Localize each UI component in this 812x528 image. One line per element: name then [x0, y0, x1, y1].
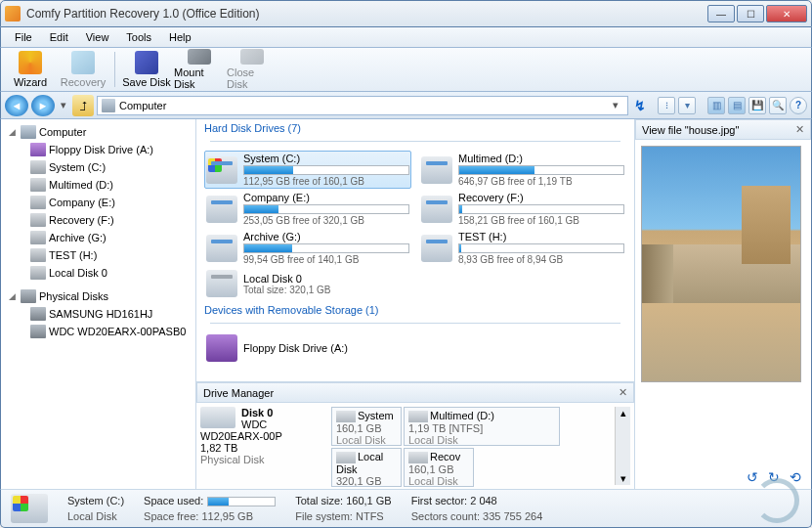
- drive-item[interactable]: Company (E:) 253,05 GB free of 320,1 GB: [204, 190, 411, 228]
- address-dropdown[interactable]: ▾: [608, 99, 623, 111]
- tree-label: Archive (G:): [49, 232, 107, 243]
- help-button[interactable]: ?: [790, 97, 807, 114]
- partition-size: 160,1 GB: [408, 463, 469, 475]
- tree-drive[interactable]: Recovery (F:): [3, 211, 193, 229]
- nav-forward-button[interactable]: ►: [31, 95, 55, 116]
- value: 160,1 GB: [346, 495, 391, 506]
- dm-partition[interactable]: Local Disk 320,1 GB [NT Local Disk: [331, 448, 402, 487]
- drive-manager-body: Disk 0 WDC WD20EARX-00P 1,82 TB Physical…: [196, 403, 634, 489]
- wizard-button[interactable]: Wizard: [5, 49, 56, 90]
- tree-label: Computer: [39, 126, 86, 138]
- content-pane: Hard Disk Drives (7) System (C:) 112,95 …: [196, 119, 635, 489]
- partition-kind: Local Disk: [408, 434, 555, 446]
- collapse-icon[interactable]: ◢: [7, 127, 18, 138]
- tree-label: TEST (H:): [49, 249, 97, 261]
- nav-up-button[interactable]: ⮥: [72, 95, 94, 116]
- label: Space used:: [144, 495, 203, 506]
- dm-partition[interactable]: Multimed (D:) 1,19 TB [NTFS] Local Disk: [404, 407, 560, 446]
- save-layout-button[interactable]: 💾: [748, 97, 766, 114]
- nav-history-dropdown[interactable]: ▾: [58, 97, 69, 114]
- menu-view[interactable]: View: [78, 29, 117, 45]
- drive-icon: [206, 156, 237, 184]
- rotate-left-button[interactable]: ↺: [745, 469, 760, 485]
- menu-tools[interactable]: Tools: [118, 29, 159, 45]
- removable-drive-item[interactable]: Floppy Disk Drive (A:): [204, 332, 626, 364]
- address-bar[interactable]: Computer ▾: [97, 96, 628, 115]
- recovery-label: Recovery: [61, 76, 106, 88]
- close-button[interactable]: ✕: [766, 5, 807, 22]
- drive-icon: [30, 231, 46, 244]
- drive-name: TEST (H:): [458, 231, 624, 242]
- tree-physical-disk[interactable]: SAMSUNG HD161HJ: [3, 305, 193, 323]
- partition-icon: [408, 452, 428, 463]
- collapse-icon[interactable]: ◢: [7, 291, 18, 302]
- layout-tree-button[interactable]: ▥: [707, 97, 725, 114]
- drive-icon: [421, 196, 452, 223]
- drive-item[interactable]: System (C:) 112,95 GB free of 160,1 GB: [204, 151, 411, 189]
- menu-file[interactable]: File: [7, 29, 40, 45]
- drive-name: Recovery (F:): [458, 192, 624, 203]
- status-drive-icon: [11, 494, 48, 523]
- view-options-dropdown[interactable]: ▾: [678, 97, 696, 114]
- search-button[interactable]: 🔍: [769, 97, 787, 114]
- drive-item[interactable]: Archive (G:) 99,54 GB free of 140,1 GB: [204, 229, 411, 267]
- dm-disk-info[interactable]: Disk 0 WDC WD20EARX-00P 1,82 TB Physical…: [200, 407, 327, 485]
- close-disk-icon: [240, 49, 264, 65]
- mount-disk-icon: [188, 49, 211, 65]
- partition-name: Multimed (D:): [430, 410, 494, 421]
- main-area: ◢Computer Floppy Disk Drive (A:) System …: [0, 119, 812, 489]
- layout-preview-button[interactable]: ▤: [728, 97, 746, 114]
- panel-close-button[interactable]: ✕: [619, 386, 627, 399]
- preview-title: View file "house.jpg": [642, 124, 795, 136]
- save-disk-button[interactable]: Save Disk: [121, 49, 172, 90]
- tree-drive[interactable]: Company (E:): [3, 194, 193, 211]
- drive-free-text: 253,05 GB free of 320,1 GB: [243, 215, 409, 226]
- tree-drive[interactable]: Multimed (D:): [3, 176, 193, 194]
- maximize-button[interactable]: ☐: [737, 5, 764, 22]
- minimize-button[interactable]: —: [707, 5, 735, 22]
- disk-icon: [30, 325, 46, 338]
- refresh-button[interactable]: ↯: [631, 97, 649, 114]
- drive-item[interactable]: TEST (H:) 8,93 GB free of 8,94 GB: [419, 229, 626, 267]
- view-options-button[interactable]: ⫶: [658, 97, 675, 114]
- label: Space free:: [144, 510, 198, 522]
- tree-physical-disk[interactable]: WDC WD20EARX-00PASB0: [3, 323, 193, 340]
- floppy-icon: [30, 143, 46, 156]
- dm-disk-size: 1,82 TB: [200, 442, 327, 454]
- drive-item[interactable]: Local Disk 0 Total size: 320,1 GB: [204, 268, 411, 299]
- disk-icon: [200, 407, 235, 428]
- status-space: Space used: Space free: 112,95 GB: [144, 495, 276, 522]
- section-title: Devices with Removable Storage (1): [204, 304, 379, 316]
- tree-drive[interactable]: Archive (G:): [3, 229, 193, 246]
- menubar: File Edit View Tools Help: [0, 27, 812, 47]
- nav-back-button[interactable]: ◄: [5, 95, 28, 116]
- drive-name: System (C:): [243, 153, 409, 164]
- tree-drive[interactable]: Floppy Disk Drive (A:): [3, 141, 193, 158]
- drive-name: Multimed (D:): [458, 153, 624, 164]
- dm-scrollbar[interactable]: ▴▾: [615, 407, 630, 485]
- tree-computer[interactable]: ◢Computer: [3, 123, 193, 141]
- partition-kind: Local Disk: [336, 434, 397, 446]
- dm-partition[interactable]: System 160,1 GB Local Disk: [331, 407, 402, 446]
- mount-disk-label: Mount Disk: [174, 66, 225, 90]
- drive-item[interactable]: Multimed (D:) 646,97 GB free of 1,19 TB: [419, 151, 626, 189]
- tree-drive[interactable]: System (C:): [3, 158, 193, 176]
- tree-drive[interactable]: Local Disk 0: [3, 264, 193, 282]
- preview-close-button[interactable]: ✕: [795, 123, 804, 136]
- drive-item[interactable]: Recovery (F:) 158,21 GB free of 160,1 GB: [419, 190, 626, 228]
- drive-manager-header: Drive Manager ✕: [196, 382, 634, 403]
- menu-edit[interactable]: Edit: [42, 29, 76, 45]
- panel-title: Drive Manager: [203, 387, 619, 399]
- recovery-button: Recovery: [58, 49, 108, 90]
- tree-physical-disks[interactable]: ◢Physical Disks: [3, 287, 193, 305]
- close-disk-button: Close Disk: [227, 49, 278, 90]
- mount-disk-button[interactable]: Mount Disk: [174, 49, 225, 90]
- dm-disk-header: Disk 0: [241, 407, 273, 418]
- drive-usage-bar: [458, 165, 624, 175]
- menu-help[interactable]: Help: [161, 29, 199, 45]
- computer-icon: [102, 99, 115, 112]
- tree-drive[interactable]: TEST (H:): [3, 246, 193, 264]
- dm-partition[interactable]: Recov 160,1 GB Local Disk: [404, 448, 474, 487]
- section-title: Hard Disk Drives (7): [204, 122, 301, 134]
- status-drive-kind: Local Disk: [67, 510, 124, 522]
